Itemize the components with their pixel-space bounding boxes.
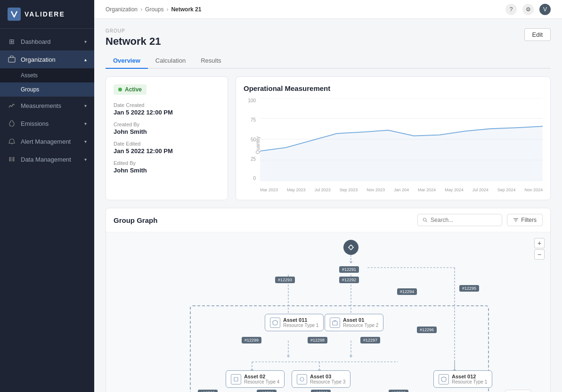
top-node-circle: [343, 240, 358, 255]
edge-label-12301: #12301: [257, 388, 277, 392]
x-label-7: May 2024: [445, 188, 464, 192]
graph-zoom-controls: + −: [534, 238, 545, 260]
edge-label-12298: #12298: [308, 335, 327, 343]
asset-type: Resource Type 1: [283, 323, 318, 328]
svg-line-7: [426, 220, 427, 222]
asset-type: Resource Type 3: [310, 379, 345, 384]
sidebar-item-data[interactable]: Data Management ▾: [0, 150, 94, 168]
zoom-in-button[interactable]: +: [534, 238, 545, 248]
mini-legend: [505, 390, 531, 392]
edge-label-12295: #12295: [459, 283, 479, 292]
edit-button[interactable]: Edit: [524, 28, 551, 41]
search-input[interactable]: [431, 217, 497, 223]
edge-label-12293: #12293: [275, 275, 295, 283]
chart-area: 100 75 50 25 0 Quantity: [244, 98, 543, 192]
x-label-10: Nov 2024: [524, 188, 543, 192]
sidebar-item-measurements[interactable]: Measurements ▾: [0, 97, 94, 114]
info-card: Active Date Created Jan 5 2022 12:00 PM …: [106, 76, 228, 200]
filters-button[interactable]: Filters: [507, 214, 543, 226]
chevron-down-icon: ▾: [84, 39, 87, 44]
organization-sub-items: Assets Groups: [0, 68, 94, 97]
graph-search-box[interactable]: [417, 214, 502, 226]
sidebar: VALIDERE ⊞ Dashboard ▾ Organization ▴ As…: [0, 0, 94, 392]
status-badge: Active: [114, 84, 147, 95]
breadcrumb-current: Network 21: [171, 6, 201, 13]
x-label-3: Sep 2023: [340, 188, 358, 192]
asset-name: Asset 01: [343, 317, 378, 323]
page-tabs: Overview Calculation Results: [106, 53, 551, 69]
sidebar-item-dashboard[interactable]: ⊞ Dashboard ▾: [0, 33, 94, 50]
tab-calculation[interactable]: Calculation: [148, 53, 193, 69]
edge-label: #12298: [308, 337, 327, 343]
info-field-date-created: Date Created Jan 5 2022 12:00 PM: [114, 102, 220, 116]
help-icon[interactable]: ?: [505, 4, 517, 15]
x-label-2: Jul 2023: [315, 188, 331, 192]
edge-label: #12302: [311, 390, 331, 392]
asset-name: Asset 011: [283, 317, 318, 323]
top-node[interactable]: [343, 240, 358, 255]
topbar: Organization › Groups › Network 21 ? ⚙ V: [94, 0, 562, 19]
user-avatar[interactable]: V: [539, 4, 551, 15]
settings-icon[interactable]: ⚙: [522, 4, 534, 15]
asset-icon-square: [231, 374, 241, 384]
edge-label: #12292: [339, 277, 359, 283]
sidebar-item-label: Alert Management: [21, 138, 71, 145]
page-title: Network 21: [106, 35, 161, 48]
asset-type: Resource Type 4: [244, 379, 279, 384]
asset-node-01[interactable]: Asset 01 Resource Type 2: [325, 314, 383, 331]
chart-title: Operational Measurement: [244, 84, 543, 92]
asset-node-02[interactable]: Asset 02 Resource Type 4: [226, 370, 285, 388]
asset-icon-circle: [297, 374, 307, 384]
asset-node-011[interactable]: Asset 011 Resource Type 1: [265, 314, 324, 331]
group-graph-title: Group Graph: [114, 216, 157, 224]
sidebar-item-groups[interactable]: Groups: [0, 82, 94, 97]
main-content: Organization › Groups › Network 21 ? ⚙ V…: [94, 0, 562, 392]
edge-label: #12295: [459, 285, 479, 292]
chevron-down-icon: ▾: [84, 103, 87, 108]
y-tick-25: 25: [251, 156, 256, 162]
svg-rect-30: [333, 321, 337, 325]
edge-label: #12300: [198, 390, 218, 392]
x-label-6: Mar 2024: [418, 188, 436, 192]
logo-icon: [8, 8, 21, 21]
asset-icon-shield: [270, 318, 280, 328]
asset-icon-shield2: [439, 374, 449, 384]
chevron-down-icon: ▾: [84, 139, 87, 144]
sidebar-item-label: Organization: [21, 56, 56, 63]
tab-overview[interactable]: Overview: [106, 53, 148, 69]
chart-svg: [260, 98, 543, 181]
filter-icon: [513, 217, 519, 223]
asset-node-012[interactable]: Asset 012 Resource Type 1: [433, 370, 492, 388]
sidebar-item-emissions[interactable]: Emissions ▾: [0, 114, 94, 132]
edge-label: #12303: [389, 390, 408, 392]
page-header: GROUP Network 21 Edit: [106, 28, 551, 53]
edge-label-12299: #12299: [242, 335, 261, 343]
svg-rect-0: [8, 57, 15, 62]
x-label-4: Nov 2023: [367, 188, 385, 192]
x-label-9: Sep 2024: [497, 188, 516, 192]
sidebar-item-organization[interactable]: Organization ▴: [0, 50, 94, 68]
sidebar-item-assets[interactable]: Assets: [0, 68, 94, 82]
overview-grid: Active Date Created Jan 5 2022 12:00 PM …: [106, 76, 551, 200]
group-graph-header: Group Graph: [106, 208, 550, 232]
sidebar-item-alert[interactable]: Alert Management ▾: [0, 132, 94, 150]
breadcrumb-groups[interactable]: Groups: [145, 6, 163, 13]
info-label: Date Edited: [114, 141, 220, 147]
asset-node-03[interactable]: Asset 03 Resource Type 3: [292, 370, 350, 388]
zoom-out-button[interactable]: −: [534, 249, 545, 260]
status-label: Active: [125, 86, 142, 93]
info-label: Edited By: [114, 160, 220, 166]
edge-label: #12296: [417, 327, 437, 333]
breadcrumb: Organization › Groups › Network 21: [106, 6, 201, 13]
tab-results[interactable]: Results: [193, 53, 228, 69]
edge-label-12303: #12303: [389, 388, 408, 392]
organization-icon: [8, 55, 16, 64]
breadcrumb-org[interactable]: Organization: [106, 6, 138, 13]
edge-label-12302: #12302: [311, 388, 331, 392]
asset-type: Resource Type 2: [343, 323, 378, 328]
edge-label: #12291: [339, 266, 359, 273]
chevron-down-icon: ▾: [84, 121, 87, 126]
svg-point-32: [300, 377, 304, 381]
chart-x-labels: Mar 2023 May 2023 Jul 2023 Sep 2023 Nov …: [260, 188, 543, 192]
sidebar-item-label: Dashboard: [21, 38, 51, 45]
